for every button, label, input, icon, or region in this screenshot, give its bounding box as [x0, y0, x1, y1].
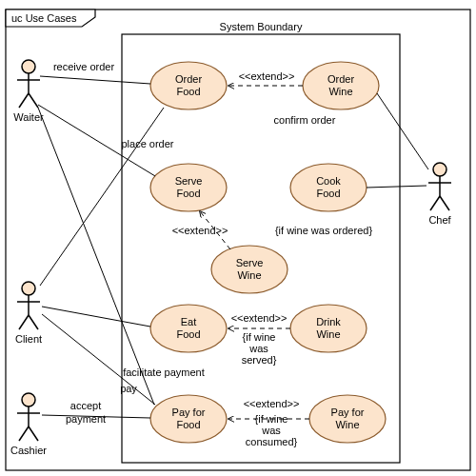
- label-pay: pay: [120, 383, 137, 394]
- svg-line-8: [19, 315, 29, 329]
- svg-text:DrinkWine: DrinkWine: [316, 316, 341, 340]
- label-receive-order: receive order: [53, 61, 115, 72]
- actor-client-label: Client: [15, 333, 42, 345]
- uc-order-food-l2: Food: [176, 86, 200, 97]
- svg-text:Pay forWine: Pay forWine: [331, 407, 365, 430]
- usecase-eat-food: EatFood: [150, 305, 227, 352]
- usecase-serve-wine: ServeWine: [211, 246, 288, 293]
- actor-client: Client: [15, 282, 42, 345]
- label-accept2: payment: [66, 413, 106, 425]
- svg-line-3: [19, 93, 29, 108]
- svg-point-10: [22, 393, 35, 407]
- svg-text:ServeFood: ServeFood: [175, 175, 203, 199]
- label-extend3: <<extend>>: [231, 312, 288, 324]
- assoc-client-payfood: [42, 314, 155, 405]
- svg-point-5: [22, 282, 35, 295]
- label-extend4: <<extend>>: [244, 398, 300, 409]
- svg-text:consumed}: consumed}: [246, 436, 298, 447]
- assoc-waiter-payfood: [38, 108, 154, 405]
- svg-text:{if wine: {if wine: [255, 413, 288, 425]
- actor-waiter-label: Waiter: [13, 111, 44, 123]
- label-extend2: <<extend>>: [172, 225, 228, 236]
- svg-line-14: [29, 426, 38, 441]
- svg-line-4: [29, 93, 38, 108]
- usecase-pay-wine: Pay forWine: [309, 395, 386, 443]
- svg-line-18: [430, 196, 440, 210]
- label-facilitate: facilitate payment: [123, 367, 205, 378]
- usecase-order-wine: OrderWine: [303, 62, 379, 109]
- actor-cashier: Cashier: [10, 393, 47, 456]
- svg-text:ServeWine: ServeWine: [236, 257, 264, 281]
- svg-text:was: was: [261, 425, 281, 436]
- label-accept1: accept: [70, 400, 101, 411]
- svg-text:OrderFood: OrderFood: [175, 73, 202, 97]
- svg-point-0: [22, 60, 35, 73]
- actor-chef: Chef: [428, 163, 452, 226]
- actor-chef-label: Chef: [428, 214, 451, 226]
- assoc-chef-cookfood: [367, 186, 426, 188]
- label-extend1: <<extend>>: [239, 70, 295, 82]
- svg-text:{if wine: {if wine: [243, 331, 276, 343]
- usecase-serve-food: ServeFood: [150, 164, 227, 211]
- actor-cashier-label: Cashier: [10, 445, 47, 456]
- diagram-title: uc Use Cases: [11, 12, 77, 24]
- usecase-cook-food: CookFood: [290, 164, 367, 211]
- svg-point-15: [433, 163, 446, 176]
- svg-text:served}: served}: [242, 354, 277, 366]
- uc-order-food-l1: Order: [175, 73, 202, 85]
- svg-line-19: [440, 196, 449, 210]
- label-place-order: place order: [121, 138, 173, 149]
- boundary-label: System Boundary: [220, 21, 303, 32]
- svg-text:CookFood: CookFood: [316, 175, 341, 199]
- svg-line-9: [29, 315, 38, 329]
- svg-text:was: was: [248, 343, 268, 354]
- assoc-waiter-orderfood: [40, 76, 150, 84]
- usecase-pay-food: Pay forFood: [150, 395, 227, 443]
- label-confirm: confirm order: [274, 114, 336, 126]
- svg-text:Pay forFood: Pay forFood: [172, 407, 206, 430]
- usecase-order-food: OrderFood: [150, 62, 227, 109]
- guard-serve: {if wine was ordered}: [275, 225, 372, 236]
- svg-text:OrderWine: OrderWine: [327, 73, 354, 97]
- actor-waiter: Waiter: [13, 60, 44, 123]
- assoc-client-eatfood: [42, 307, 150, 327]
- assoc-chef-orderwine: [377, 93, 428, 169]
- assoc-client-orderfood: [40, 108, 164, 286]
- usecase-drink-wine: DrinkWine: [290, 305, 367, 352]
- svg-line-13: [19, 426, 29, 441]
